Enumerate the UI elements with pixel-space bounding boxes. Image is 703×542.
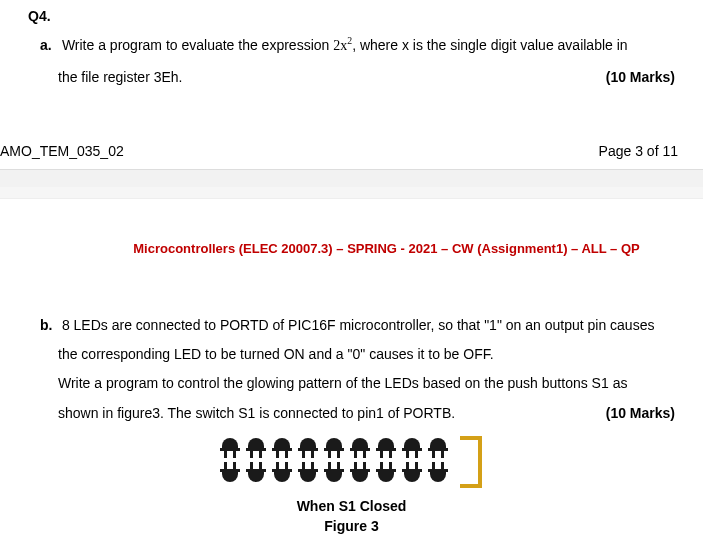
led-icon	[373, 460, 399, 486]
svg-rect-36	[298, 469, 318, 472]
svg-rect-50	[406, 462, 409, 469]
svg-rect-0	[220, 448, 240, 451]
led-icon	[321, 460, 347, 486]
svg-rect-12	[324, 448, 344, 451]
q4b-line1: 8 LEDs are connected to PORTD of PIC16F …	[62, 317, 655, 333]
svg-rect-53	[432, 462, 435, 469]
svg-rect-8	[285, 451, 288, 458]
led-row-top	[217, 436, 451, 460]
svg-rect-46	[389, 462, 392, 469]
svg-rect-13	[328, 451, 331, 458]
svg-rect-26	[441, 451, 444, 458]
led-icon	[399, 460, 425, 486]
svg-rect-7	[276, 451, 279, 458]
svg-rect-2	[233, 451, 236, 458]
svg-rect-39	[324, 469, 344, 472]
svg-rect-49	[415, 462, 418, 469]
led-icon	[295, 460, 321, 486]
question-b: b. 8 LEDs are connected to PORTD of PIC1…	[58, 311, 675, 429]
svg-rect-4	[250, 451, 253, 458]
led-icon	[321, 434, 347, 460]
q4b-line3: Write a program to control the glowing p…	[58, 375, 627, 391]
svg-rect-31	[259, 462, 262, 469]
svg-rect-38	[302, 462, 305, 469]
q4a-expression: 2x2	[333, 38, 352, 53]
svg-rect-34	[285, 462, 288, 469]
course-title: Microcontrollers (ELEC 20007.3) – SPRING…	[100, 241, 673, 256]
svg-rect-18	[376, 448, 396, 451]
led-icon	[373, 434, 399, 460]
q4a-text-line2: the file register 3Eh.	[58, 69, 183, 85]
svg-rect-24	[428, 448, 448, 451]
svg-rect-3	[246, 448, 266, 451]
svg-rect-23	[415, 451, 418, 458]
svg-rect-43	[363, 462, 366, 469]
svg-rect-28	[233, 462, 236, 469]
led-icon	[269, 460, 295, 486]
led-icon	[347, 460, 373, 486]
q4b-line4: shown in figure3. The switch S1 is conne…	[58, 405, 455, 421]
led-icon	[217, 434, 243, 460]
led-icon	[243, 434, 269, 460]
figure-3: When S1 Closed Figure 3	[0, 436, 703, 534]
svg-rect-45	[376, 469, 396, 472]
svg-rect-20	[389, 451, 392, 458]
svg-rect-9	[298, 448, 318, 451]
svg-rect-29	[224, 462, 227, 469]
q4b-line2: the corresponding LED to be turned ON an…	[58, 346, 494, 362]
item-label-a: a.	[40, 30, 58, 61]
svg-rect-40	[337, 462, 340, 469]
svg-rect-33	[272, 469, 292, 472]
figure-label: Figure 3	[0, 518, 703, 534]
svg-rect-42	[350, 469, 370, 472]
led-icon	[243, 460, 269, 486]
svg-rect-5	[259, 451, 262, 458]
svg-rect-44	[354, 462, 357, 469]
page-number: Page 3 of 11	[599, 143, 678, 159]
led-row-bottom	[217, 462, 451, 486]
svg-rect-11	[311, 451, 314, 458]
q4a-text-after: , where x is the single digit value avai…	[352, 37, 628, 53]
svg-rect-51	[428, 469, 448, 472]
svg-rect-1	[224, 451, 227, 458]
led-icon	[269, 434, 295, 460]
led-icon	[295, 434, 321, 460]
svg-rect-22	[406, 451, 409, 458]
page-break	[0, 169, 703, 199]
svg-rect-19	[380, 451, 383, 458]
q4a-marks: (10 Marks)	[606, 62, 675, 93]
q4a-text-before: Write a program to evaluate the expressi…	[62, 37, 329, 53]
svg-rect-6	[272, 448, 292, 451]
svg-rect-37	[311, 462, 314, 469]
question-number: Q4.	[28, 8, 703, 24]
svg-rect-52	[441, 462, 444, 469]
page-footer: AMO_TEM_035_02 Page 3 of 11	[0, 143, 703, 159]
svg-rect-16	[354, 451, 357, 458]
svg-rect-25	[432, 451, 435, 458]
question-a: a. Write a program to evaluate the expre…	[58, 30, 675, 93]
svg-rect-10	[302, 451, 305, 458]
doc-code: AMO_TEM_035_02	[0, 143, 124, 159]
led-icon	[425, 460, 451, 486]
led-icon	[217, 460, 243, 486]
svg-rect-47	[380, 462, 383, 469]
svg-rect-17	[363, 451, 366, 458]
svg-rect-32	[250, 462, 253, 469]
figure-when-caption: When S1 Closed	[0, 498, 703, 514]
svg-rect-14	[337, 451, 340, 458]
svg-rect-27	[220, 469, 240, 472]
led-icon	[399, 434, 425, 460]
led-icon	[425, 434, 451, 460]
svg-rect-21	[402, 448, 422, 451]
svg-rect-15	[350, 448, 370, 451]
svg-rect-30	[246, 469, 266, 472]
svg-rect-35	[276, 462, 279, 469]
bracket-icon	[460, 436, 486, 492]
item-label-b: b.	[40, 311, 58, 340]
svg-rect-41	[328, 462, 331, 469]
q4b-marks: (10 Marks)	[606, 399, 675, 428]
led-icon	[347, 434, 373, 460]
svg-rect-48	[402, 469, 422, 472]
